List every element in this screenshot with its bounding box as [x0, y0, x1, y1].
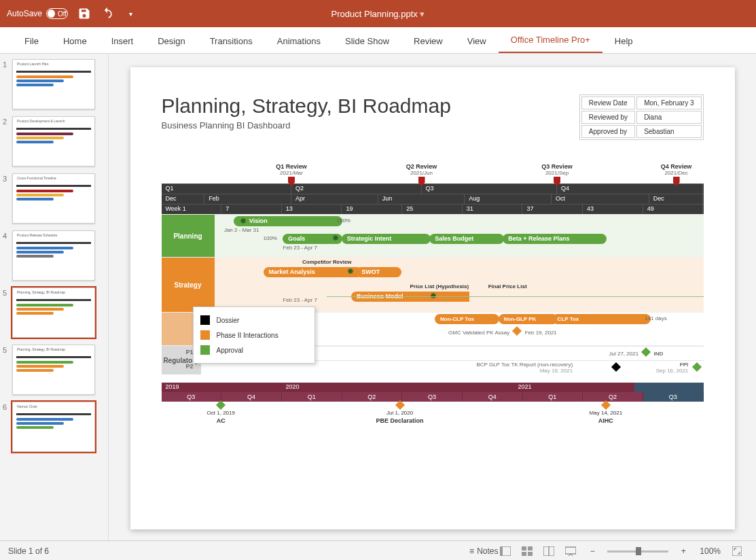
task-duration: 141 days	[645, 315, 666, 321]
review-marker: Q2 Review2021/Jun	[398, 163, 446, 186]
info-key: Approved by	[581, 125, 635, 138]
bottom-timeline: 201920202021 Q3Q4Q1Q2Q3Q4Q1Q2Q3 Oct 1, 2…	[162, 383, 704, 429]
info-key: Review Date	[581, 97, 635, 109]
ribbon-tab-slide-show[interactable]: Slide Show	[333, 31, 401, 53]
ribbon-tab-insert[interactable]: Insert	[99, 31, 146, 53]
task-bar[interactable]: Non-CLP Tox	[435, 314, 499, 324]
autosave-toggle[interactable]: AutoSave Off	[7, 8, 68, 19]
timeline: Q1 Review2021/MarQ2 Review2021/JunQ3 Rev…	[162, 163, 704, 429]
legend-item[interactable]: Approval	[200, 343, 308, 357]
swimlane-planning: Planning Vision100%Jan 2 - Mar 31100%Goa…	[162, 214, 704, 257]
svg-rect-1	[500, 546, 503, 556]
undo-icon[interactable]	[101, 7, 114, 20]
zoom-level: 100%	[700, 546, 721, 556]
slide-thumbnail[interactable]: 3Cross-Functional Timeline	[3, 173, 105, 224]
reading-view-icon[interactable]	[542, 544, 556, 558]
slide-thumbnail-panel[interactable]: 1Product Launch Plan2Product Development…	[0, 54, 109, 540]
svg-rect-8	[565, 547, 576, 554]
swimlane-label: Planning	[162, 215, 215, 257]
bottom-milestone: Jul 1, 2020PBE Declaration	[373, 402, 427, 424]
slide-thumbnail[interactable]: 5Planning, Strategy, BI Roadmap	[3, 287, 105, 338]
milestone-label: GMC Validated PK Assay Feb 19, 2021	[448, 328, 557, 336]
ribbon-tab-help[interactable]: Help	[602, 31, 645, 53]
milestone: BCP GLP Tox TK Report (non-recovery)May …	[476, 362, 573, 374]
task-bar[interactable]: Beta + Release Plans	[503, 234, 607, 244]
statusbar: Slide 1 of 6 ≡ Notes − + 100%	[0, 540, 756, 560]
legend-item[interactable]: Dossier	[200, 313, 308, 328]
milestone: FPISep 16, 2021	[656, 362, 689, 374]
workarea: 1Product Launch Plan2Product Development…	[0, 54, 756, 540]
slide-info-table: Review DateMon, February 3Reviewed byDia…	[579, 94, 704, 140]
ribbon-tab-transitions[interactable]: Transitions	[198, 31, 265, 53]
slide[interactable]: Planning, Strategy, BI Roadmap Business …	[130, 67, 735, 529]
ribbon-tab-home[interactable]: Home	[51, 31, 99, 53]
slide-thumbnail[interactable]: 5Planning, Strategy, BI Roadmap	[3, 345, 105, 395]
task-pct: 100%	[337, 217, 350, 224]
zoom-out-button[interactable]: −	[586, 544, 599, 558]
normal-view-icon[interactable]	[499, 544, 512, 558]
slide-thumbnail[interactable]: 6Narrow Chart	[3, 402, 105, 452]
task-dates: Feb 23 - Apr 7	[283, 245, 317, 251]
zoom-slider[interactable]	[607, 550, 668, 553]
legend-item[interactable]: Phase II Interactions	[200, 328, 308, 343]
swimlane-strategy: Strategy Competitor ReviewMarket Analysi…	[162, 257, 704, 312]
review-marker: Q4 Review2021/Dec	[653, 163, 700, 186]
save-icon[interactable]	[77, 7, 91, 20]
task-bar[interactable]: Sales Budget	[429, 234, 504, 244]
bottom-milestone: Oct 1, 2019AC	[194, 402, 248, 424]
group-label: Competitor Review	[302, 259, 351, 265]
review-markers: Q1 Review2021/MarQ2 Review2021/JunQ3 Rev…	[162, 163, 704, 183]
slide-thumbnail[interactable]: 4Product Release Schedule	[3, 230, 105, 281]
autosave-label: AutoSave	[7, 9, 42, 18]
bottom-milestone: May 14, 2021AIHC	[579, 402, 633, 424]
svg-rect-9	[732, 546, 742, 556]
today-line	[327, 296, 703, 297]
task-bar[interactable]: SWOT	[356, 267, 401, 277]
task-dates: Feb 23 - Apr 7	[283, 297, 317, 303]
svg-rect-2	[522, 546, 526, 550]
task-bar[interactable]: CLP Tox	[552, 314, 651, 324]
timeline-scale: Q1Q2Q3Q4 DecFebAprJunAugOctDec Week 1713…	[162, 183, 704, 214]
zoom-in-button[interactable]: +	[677, 544, 690, 558]
task-dates: Jan 2 - Mar 31	[224, 227, 259, 233]
slide-counter: Slide 1 of 6	[8, 546, 49, 556]
info-value: Mon, February 3	[636, 97, 701, 109]
ribbon-tab-view[interactable]: View	[455, 31, 499, 53]
slideshow-icon[interactable]	[564, 544, 577, 558]
notes-button[interactable]: ≡ Notes	[477, 544, 490, 558]
slide-thumbnail[interactable]: 1Product Launch Plan	[3, 59, 105, 109]
svg-rect-5	[528, 552, 533, 556]
review-marker: Q3 Review2021/Sep	[533, 163, 581, 186]
task-bar[interactable]: Non-GLP PK	[499, 314, 558, 324]
info-value: Diana	[636, 111, 701, 124]
swimlane-label: Strategy	[162, 258, 215, 312]
ribbon: FileHomeInsertDesignTransitionsAnimation…	[0, 27, 756, 54]
document-title: Product Planning.pptx ▾	[331, 9, 425, 19]
milestone-label: Price List (Hypothesis)	[410, 283, 469, 290]
info-key: Reviewed by	[581, 111, 635, 124]
review-marker: Q1 Review2021/Mar	[268, 163, 315, 186]
slide-canvas-area[interactable]: Planning, Strategy, BI Roadmap Business …	[109, 54, 756, 540]
info-value: Sebastian	[636, 125, 701, 138]
sorter-view-icon[interactable]	[520, 544, 534, 558]
autosave-switch[interactable]: Off	[46, 8, 68, 19]
fit-to-window-icon[interactable]	[730, 544, 744, 558]
task-pct: 100%	[264, 235, 277, 241]
milestone: Jul 27, 2021 IND	[609, 349, 663, 357]
task-bar[interactable]: Strategic Intent	[342, 234, 431, 244]
milestone-diamond	[611, 362, 621, 372]
task-bar[interactable]: Vision	[234, 216, 342, 226]
titlebar: AutoSave Off ▾ Product Planning.pptx ▾	[0, 0, 756, 27]
ribbon-tab-file[interactable]: File	[12, 31, 51, 53]
ribbon-tab-design[interactable]: Design	[145, 31, 197, 53]
ribbon-tab-office-timeline-pro-[interactable]: Office Timeline Pro+	[499, 29, 602, 53]
svg-rect-4	[522, 552, 526, 556]
slide-thumbnail[interactable]: 2Product Development & Launch	[3, 116, 105, 167]
ribbon-tab-animations[interactable]: Animations	[265, 31, 333, 53]
qat-dropdown-icon[interactable]: ▾	[124, 7, 137, 20]
ribbon-tab-review[interactable]: Review	[401, 31, 455, 53]
milestone-diamond	[692, 362, 702, 372]
legend-popup[interactable]: DossierPhase II InteractionsApproval	[193, 307, 315, 364]
svg-rect-3	[528, 546, 533, 550]
milestone-label: Final Price List	[488, 283, 527, 290]
